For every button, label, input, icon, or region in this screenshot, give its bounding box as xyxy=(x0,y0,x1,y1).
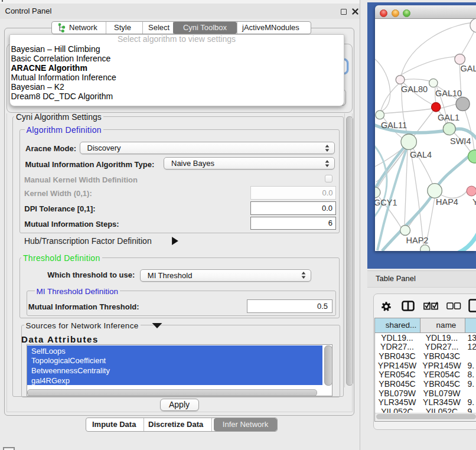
svg-text:GAL7: GAL7 xyxy=(461,64,476,73)
svg-text:GCY1: GCY1 xyxy=(375,198,397,207)
svg-text:GAL11: GAL11 xyxy=(381,120,407,130)
svg-text:GAL10: GAL10 xyxy=(435,89,462,98)
svg-text:GAL1: GAL1 xyxy=(438,113,459,122)
svg-text:Y: Y xyxy=(472,197,476,207)
svg-text:SWI4: SWI4 xyxy=(450,136,471,146)
svg-text:GAL80: GAL80 xyxy=(401,84,428,94)
svg-text:GAL4: GAL4 xyxy=(410,150,432,159)
svg-text:HAP4: HAP4 xyxy=(436,197,458,207)
svg-text:HAP2: HAP2 xyxy=(406,236,429,245)
